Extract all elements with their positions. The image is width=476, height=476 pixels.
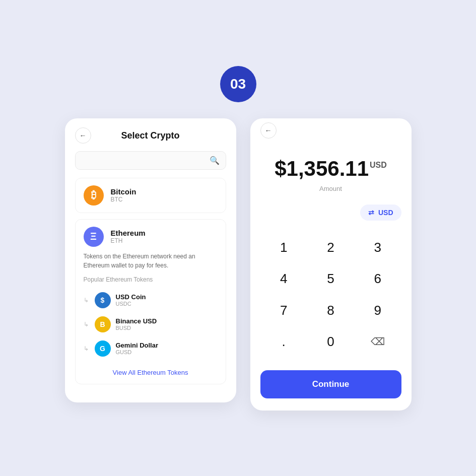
ethereum-symbol: ETH xyxy=(111,237,146,244)
ethereum-section: Ξ Ethereum ETH Tokens on the Ethereum ne… xyxy=(75,219,226,384)
busd-token-item[interactable]: ↳ B Binance USD BUSD xyxy=(84,312,218,336)
back-button-left[interactable]: ← xyxy=(75,127,91,144)
numpad-key-0[interactable]: 0 xyxy=(307,326,354,357)
token-arrow-gusd: ↳ xyxy=(84,345,89,352)
bitcoin-name: Bitcoin xyxy=(111,187,137,196)
amount-section: $1,356.11USD xyxy=(260,157,401,181)
currency-btn-label: USD xyxy=(378,209,393,217)
gusd-name: Gemini Dollar xyxy=(116,342,159,349)
gusd-symbol: GUSD xyxy=(116,349,159,355)
numpad-key-8[interactable]: 8 xyxy=(307,295,354,325)
usdc-info: USD Coin USDC xyxy=(116,293,146,307)
bitcoin-info: Bitcoin BTC xyxy=(111,187,137,203)
gusd-icon: G xyxy=(95,341,111,357)
amount-currency: USD xyxy=(370,161,387,170)
numpad-key-3[interactable]: 3 xyxy=(354,233,401,263)
currency-toggle-button[interactable]: ⇄ USD xyxy=(360,205,401,221)
busd-name: Binance USD xyxy=(116,317,157,325)
panel-title: Select Crypto xyxy=(121,130,179,141)
back-button-right[interactable]: ← xyxy=(260,122,277,139)
ethereum-header[interactable]: Ξ Ethereum ETH xyxy=(84,227,218,247)
amount-label: Amount xyxy=(260,185,401,192)
numpad-key-5[interactable]: 5 xyxy=(307,264,354,294)
busd-symbol: BUSD xyxy=(116,325,157,331)
search-bar[interactable]: 🔍 xyxy=(75,151,226,170)
step-number: 03 xyxy=(230,76,246,92)
numpad-key-2[interactable]: 2 xyxy=(307,233,354,263)
amount-panel: ← $1,356.11USD Amount ⇄ USD 123456789.0⌫… xyxy=(250,118,412,411)
view-all-link[interactable]: View All Ethereum Tokens xyxy=(84,368,218,377)
currency-toggle: ⇄ USD xyxy=(260,205,401,221)
ethereum-info: Ethereum ETH xyxy=(111,229,146,244)
step-badge: 03 xyxy=(220,66,256,102)
numpad-key-4[interactable]: 4 xyxy=(260,264,307,294)
panel-header: ← Select Crypto xyxy=(75,130,226,141)
continue-button[interactable]: Continue xyxy=(260,370,401,398)
popular-label: Popular Ethereum Tokens xyxy=(84,276,218,283)
ethereum-icon: Ξ xyxy=(84,227,104,247)
usdc-token-item[interactable]: ↳ $ USD Coin USDC xyxy=(84,288,218,312)
ethereum-name: Ethereum xyxy=(111,229,146,237)
bitcoin-symbol: BTC xyxy=(111,196,137,203)
search-icon: 🔍 xyxy=(210,156,220,165)
numpad-key-backspace[interactable]: ⌫ xyxy=(354,326,401,357)
bitcoin-item[interactable]: ₿ Bitcoin BTC xyxy=(75,178,226,213)
view-all-anchor[interactable]: View All Ethereum Tokens xyxy=(113,369,188,376)
numpad-key-6[interactable]: 6 xyxy=(354,264,401,294)
usdc-icon: $ xyxy=(95,292,111,308)
numpad-key-dot[interactable]: . xyxy=(260,326,307,357)
busd-info: Binance USD BUSD xyxy=(116,317,157,331)
search-input[interactable] xyxy=(82,156,210,164)
numpad-key-7[interactable]: 7 xyxy=(260,295,307,325)
amount-display: $1,356.11USD xyxy=(275,157,387,181)
numpad: 123456789.0⌫ xyxy=(260,233,401,358)
token-arrow-usdc: ↳ xyxy=(84,297,89,304)
amount-value: $1,356.11 xyxy=(275,157,369,181)
gusd-token-item[interactable]: ↳ G Gemini Dollar GUSD xyxy=(84,336,218,361)
numpad-key-1[interactable]: 1 xyxy=(260,233,307,263)
panels-container: ← Select Crypto 🔍 ₿ Bitcoin BTC Ξ xyxy=(65,118,412,411)
swap-icon: ⇄ xyxy=(368,209,374,217)
token-arrow-busd: ↳ xyxy=(84,321,89,328)
select-crypto-panel: ← Select Crypto 🔍 ₿ Bitcoin BTC Ξ xyxy=(65,118,236,402)
numpad-key-9[interactable]: 9 xyxy=(354,295,401,325)
usdc-name: USD Coin xyxy=(116,293,146,301)
bitcoin-icon: ₿ xyxy=(84,185,104,206)
usdc-symbol: USDC xyxy=(116,301,146,307)
ethereum-description: Tokens on the Ethereum network need an E… xyxy=(84,252,218,270)
busd-icon: B xyxy=(95,316,111,332)
gusd-info: Gemini Dollar GUSD xyxy=(116,342,159,355)
